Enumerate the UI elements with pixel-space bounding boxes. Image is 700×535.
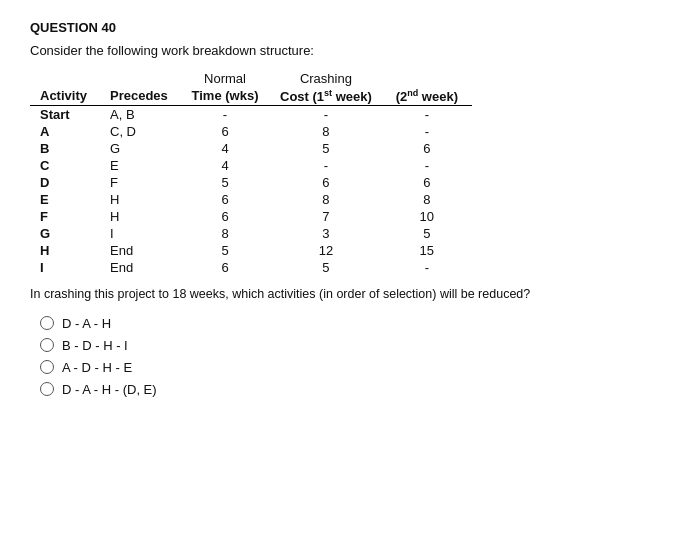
cell-r7-c1: I xyxy=(100,225,180,242)
option-2[interactable]: B - D - H - I xyxy=(40,338,670,353)
th-crashing-top: Crashing xyxy=(270,70,382,87)
wbs-table-wrapper: Normal Crashing Activity Precedes Time (… xyxy=(30,70,670,276)
option-3[interactable]: A - D - H - E xyxy=(40,360,670,375)
cell-r8-c0: H xyxy=(30,242,100,259)
cell-r9-c3: 5 xyxy=(270,259,382,276)
table-row: BG456 xyxy=(30,140,472,157)
cell-r9-c2: 6 xyxy=(180,259,270,276)
cell-r9-c1: End xyxy=(100,259,180,276)
th-activity-blank xyxy=(30,70,100,87)
cell-r3-c1: E xyxy=(100,157,180,174)
option-3-label: A - D - H - E xyxy=(62,360,132,375)
th-precedes: Precedes xyxy=(100,87,180,106)
cell-r1-c2: 6 xyxy=(180,123,270,140)
answer-options: D - A - H B - D - H - I A - D - H - E D … xyxy=(40,316,670,397)
cell-r8-c1: End xyxy=(100,242,180,259)
option-4-label: D - A - H - (D, E) xyxy=(62,382,157,397)
option-1-label: D - A - H xyxy=(62,316,111,331)
table-body: StartA, B---AC, D68-BG456CE4--DF566EH688… xyxy=(30,106,472,277)
cell-r4-c2: 5 xyxy=(180,174,270,191)
wbs-table: Normal Crashing Activity Precedes Time (… xyxy=(30,70,472,276)
cell-r8-c3: 12 xyxy=(270,242,382,259)
cell-r3-c3: - xyxy=(270,157,382,174)
cell-r2-c1: G xyxy=(100,140,180,157)
th-crash2-sub: (2nd week) xyxy=(382,87,472,106)
cell-r1-c3: 8 xyxy=(270,123,382,140)
cell-r9-c4: - xyxy=(382,259,472,276)
cell-r4-c0: D xyxy=(30,174,100,191)
cell-r5-c4: 8 xyxy=(382,191,472,208)
cell-r2-c2: 4 xyxy=(180,140,270,157)
radio-1[interactable] xyxy=(40,316,54,330)
cell-r5-c2: 6 xyxy=(180,191,270,208)
cell-r6-c3: 7 xyxy=(270,208,382,225)
question-intro: Consider the following work breakdown st… xyxy=(30,43,670,58)
cell-r8-c2: 5 xyxy=(180,242,270,259)
cell-r7-c4: 5 xyxy=(382,225,472,242)
cell-r8-c4: 15 xyxy=(382,242,472,259)
table-row: CE4-- xyxy=(30,157,472,174)
cell-r0-c0: Start xyxy=(30,106,100,124)
cell-r1-c4: - xyxy=(382,123,472,140)
cell-r6-c0: F xyxy=(30,208,100,225)
th-precedes-blank xyxy=(100,70,180,87)
option-2-label: B - D - H - I xyxy=(62,338,128,353)
radio-3[interactable] xyxy=(40,360,54,374)
cell-r1-c0: A xyxy=(30,123,100,140)
table-row: IEnd65- xyxy=(30,259,472,276)
cell-r5-c0: E xyxy=(30,191,100,208)
cell-r3-c4: - xyxy=(382,157,472,174)
cell-r9-c0: I xyxy=(30,259,100,276)
cell-r4-c1: F xyxy=(100,174,180,191)
cell-r0-c3: - xyxy=(270,106,382,124)
cell-r1-c1: C, D xyxy=(100,123,180,140)
th-activity: Activity xyxy=(30,87,100,106)
table-row: FH6710 xyxy=(30,208,472,225)
cell-r7-c3: 3 xyxy=(270,225,382,242)
table-row: HEnd51215 xyxy=(30,242,472,259)
cell-r7-c0: G xyxy=(30,225,100,242)
cell-r6-c1: H xyxy=(100,208,180,225)
table-row: DF566 xyxy=(30,174,472,191)
cell-r2-c4: 6 xyxy=(382,140,472,157)
cell-r5-c3: 8 xyxy=(270,191,382,208)
cell-r3-c0: C xyxy=(30,157,100,174)
cell-r0-c4: - xyxy=(382,106,472,124)
question-note: In crashing this project to 18 weeks, wh… xyxy=(30,286,670,304)
table-row: EH688 xyxy=(30,191,472,208)
table-row: GI835 xyxy=(30,225,472,242)
table-header-row1: Normal Crashing xyxy=(30,70,472,87)
cell-r6-c2: 6 xyxy=(180,208,270,225)
cell-r3-c2: 4 xyxy=(180,157,270,174)
table-row: AC, D68- xyxy=(30,123,472,140)
cell-r4-c4: 6 xyxy=(382,174,472,191)
cell-r0-c2: - xyxy=(180,106,270,124)
cell-r5-c1: H xyxy=(100,191,180,208)
th-crash1-sub: Cost (1st week) xyxy=(270,87,382,106)
table-header-row2: Activity Precedes Time (wks) Cost (1st w… xyxy=(30,87,472,106)
option-4[interactable]: D - A - H - (D, E) xyxy=(40,382,670,397)
th-crash2-top xyxy=(382,70,472,87)
cell-r2-c0: B xyxy=(30,140,100,157)
table-row: StartA, B--- xyxy=(30,106,472,124)
cell-r6-c4: 10 xyxy=(382,208,472,225)
th-normal-sub: Time (wks) xyxy=(180,87,270,106)
radio-4[interactable] xyxy=(40,382,54,396)
cell-r4-c3: 6 xyxy=(270,174,382,191)
cell-r2-c3: 5 xyxy=(270,140,382,157)
radio-2[interactable] xyxy=(40,338,54,352)
option-1[interactable]: D - A - H xyxy=(40,316,670,331)
question-number: QUESTION 40 xyxy=(30,20,670,35)
cell-r0-c1: A, B xyxy=(100,106,180,124)
th-normal-top: Normal xyxy=(180,70,270,87)
cell-r7-c2: 8 xyxy=(180,225,270,242)
